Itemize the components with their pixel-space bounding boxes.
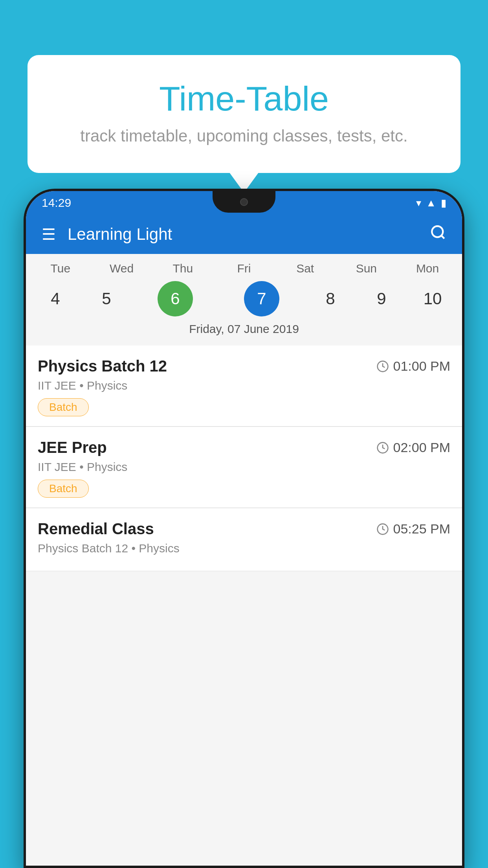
class-1-time: 01:00 PM xyxy=(376,359,450,374)
class-2-time: 02:00 PM xyxy=(376,440,450,455)
class-3-subtitle: Physics Batch 12 • Physics xyxy=(38,542,450,555)
day-header-fri: Fri xyxy=(218,262,270,275)
day-9[interactable]: 9 xyxy=(356,279,407,318)
class-3-time: 05:25 PM xyxy=(376,521,450,537)
day-7-selected[interactable]: 7 xyxy=(244,281,279,316)
tooltip-card: Time-Table track timetable, upcoming cla… xyxy=(28,55,460,173)
day-header-sun: Sun xyxy=(341,262,392,275)
day-6-today[interactable]: 6 xyxy=(158,281,193,316)
svg-point-0 xyxy=(432,226,443,237)
class-item-2[interactable]: JEE Prep 02:00 PM IIT JEE • Physics Batc… xyxy=(26,427,462,508)
class-1-time-text: 01:00 PM xyxy=(393,359,450,374)
status-time: 14:29 xyxy=(42,196,71,210)
day-5[interactable]: 5 xyxy=(81,279,132,318)
class-item-3[interactable]: Remedial Class 05:25 PM Physics Batch 12… xyxy=(26,508,462,571)
class-item-1[interactable]: Physics Batch 12 01:00 PM IIT JEE • Phys… xyxy=(26,346,462,427)
class-1-name: Physics Batch 12 xyxy=(38,357,167,375)
wifi-icon: ▾ xyxy=(416,197,421,209)
phone-frame: 14:29 ▾ ▲ ▮ ☰ Learning Light Tue Wed xyxy=(24,189,464,868)
class-2-badge: Batch xyxy=(38,480,89,498)
day-numbers: 4 5 6 7 8 9 10 xyxy=(26,279,462,318)
day-header-mon: Mon xyxy=(402,262,453,275)
svg-line-1 xyxy=(441,235,444,239)
day-header-sat: Sat xyxy=(280,262,331,275)
day-header-wed: Wed xyxy=(96,262,147,275)
class-3-time-text: 05:25 PM xyxy=(393,521,450,537)
app-bar: ☰ Learning Light xyxy=(26,215,462,254)
class-1-badge: Batch xyxy=(38,398,89,416)
class-1-subtitle: IIT JEE • Physics xyxy=(38,379,450,392)
battery-icon: ▮ xyxy=(441,197,446,209)
menu-icon[interactable]: ☰ xyxy=(38,221,60,247)
calendar-strip: Tue Wed Thu Fri Sat Sun Mon 4 5 6 7 8 9 … xyxy=(26,254,462,346)
app-bar-title: Learning Light xyxy=(68,225,426,244)
day-headers: Tue Wed Thu Fri Sat Sun Mon xyxy=(26,262,462,279)
day-4[interactable]: 4 xyxy=(30,279,81,318)
date-label: Friday, 07 June 2019 xyxy=(26,318,462,338)
search-icon[interactable] xyxy=(426,220,450,248)
tooltip-title: Time-Table xyxy=(59,79,429,119)
class-2-subtitle: IIT JEE • Physics xyxy=(38,460,450,474)
day-header-tue: Tue xyxy=(35,262,86,275)
classes-list: Physics Batch 12 01:00 PM IIT JEE • Phys… xyxy=(26,346,462,571)
notch-camera xyxy=(240,198,248,206)
status-icons: ▾ ▲ ▮ xyxy=(416,197,446,209)
class-2-name: JEE Prep xyxy=(38,439,107,456)
class-3-header: Remedial Class 05:25 PM xyxy=(38,520,450,538)
tooltip-subtitle: track timetable, upcoming classes, tests… xyxy=(59,127,429,145)
day-8[interactable]: 8 xyxy=(305,279,356,318)
day-header-thu: Thu xyxy=(157,262,208,275)
class-3-name: Remedial Class xyxy=(38,520,154,538)
notch xyxy=(213,191,275,213)
class-2-time-text: 02:00 PM xyxy=(393,440,450,455)
phone-inner: 14:29 ▾ ▲ ▮ ☰ Learning Light Tue Wed xyxy=(26,191,462,866)
signal-icon: ▲ xyxy=(426,197,436,209)
day-10[interactable]: 10 xyxy=(407,279,458,318)
class-2-header: JEE Prep 02:00 PM xyxy=(38,439,450,456)
class-1-header: Physics Batch 12 01:00 PM xyxy=(38,357,450,375)
